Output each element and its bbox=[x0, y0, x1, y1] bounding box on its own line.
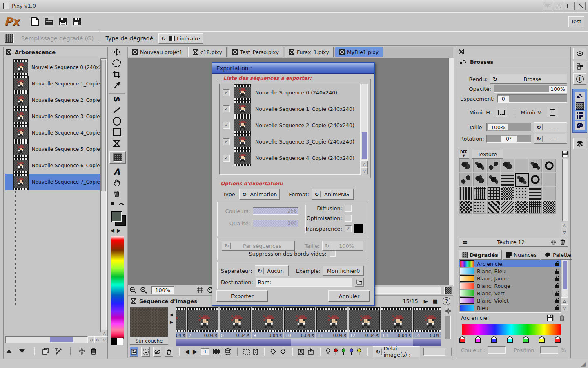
filmstrip-icon[interactable] bbox=[213, 349, 221, 355]
frame-nav-next-icon[interactable]: ▶ bbox=[170, 320, 173, 324]
export-frame-icon[interactable] bbox=[307, 348, 314, 355]
frame[interactable]: 120.04 s bbox=[349, 307, 380, 338]
texture-swatch[interactable] bbox=[459, 187, 472, 200]
sequence-row[interactable]: ✓ Nouvelle Sequence 3_Copie (240x240) bbox=[220, 133, 360, 150]
nuances-panel-icon[interactable] bbox=[575, 111, 585, 120]
gradient-stop[interactable] bbox=[475, 336, 481, 343]
scroll-right-button[interactable]: ▷ bbox=[94, 336, 101, 343]
overlay-thumbnail[interactable] bbox=[130, 307, 168, 337]
tab-c18[interactable]: c18.pixy bbox=[188, 47, 227, 57]
browse-folder-icon[interactable] bbox=[355, 278, 364, 287]
brushes-panel-icon[interactable] bbox=[575, 92, 585, 101]
move-up-icon[interactable] bbox=[5, 348, 13, 354]
cycle-icon[interactable]: ↻ bbox=[160, 36, 167, 42]
info-panel-icon[interactable]: i bbox=[573, 73, 586, 85]
tab-close-icon[interactable] bbox=[289, 49, 294, 55]
overlay-select-button[interactable] bbox=[141, 347, 149, 357]
texture-swatch[interactable] bbox=[529, 173, 542, 186]
sequences-scroll-down[interactable]: ▽ bbox=[361, 167, 368, 174]
optimisation-checkbox[interactable] bbox=[345, 215, 352, 222]
texture-swatch[interactable] bbox=[473, 159, 486, 172]
color-spectrum[interactable] bbox=[111, 236, 124, 339]
texture-swatch[interactable] bbox=[529, 187, 542, 200]
circle-tool-icon[interactable] bbox=[109, 116, 125, 127]
taille-dropdown-disabled[interactable]: ↻100% bbox=[322, 241, 363, 251]
texture-swatch[interactable] bbox=[459, 173, 472, 186]
sequences-scrollbar[interactable] bbox=[361, 84, 368, 161]
def-button[interactable]: DEF▼ bbox=[459, 150, 469, 159]
dialog-titlebar[interactable]: Exportation : bbox=[212, 63, 374, 74]
position-field[interactable] bbox=[540, 346, 558, 354]
sequence-checkbox-checked[interactable]: ✓ bbox=[223, 89, 230, 96]
tab-degrades-active[interactable]: Dégradés bbox=[459, 250, 502, 260]
pin-yellow-icon[interactable] bbox=[357, 348, 361, 355]
gradient-item[interactable]: Blanc, Violet bbox=[459, 297, 561, 304]
gradient-vscrollbar[interactable] bbox=[562, 260, 568, 297]
gradient-item[interactable]: Blanc, Bleu bbox=[459, 267, 561, 275]
gradient-item[interactable]: Blanc, Rouge bbox=[459, 282, 561, 289]
tab-furax-1[interactable]: Furax_1.pixy bbox=[285, 47, 334, 57]
open-file-icon[interactable] bbox=[44, 16, 54, 27]
texture-swatch[interactable] bbox=[543, 173, 556, 186]
spacing-slider[interactable]: 0 bbox=[497, 94, 567, 103]
shade-button[interactable] bbox=[543, 2, 552, 10]
tab-close-icon[interactable] bbox=[193, 49, 198, 55]
tab-close-icon[interactable] bbox=[339, 49, 345, 55]
tree-vscrollbar[interactable] bbox=[100, 58, 107, 332]
texture-swatch[interactable] bbox=[487, 187, 500, 200]
rectangle-tool-icon[interactable] bbox=[109, 127, 125, 138]
sequence-checkbox-checked[interactable]: ✓ bbox=[223, 155, 230, 162]
texture-swatch[interactable] bbox=[501, 201, 514, 214]
pin-blue-icon[interactable] bbox=[349, 348, 354, 355]
visibility-panel-icon[interactable] bbox=[573, 48, 586, 59]
texture-swatch[interactable] bbox=[501, 159, 514, 172]
texture-scroll-up[interactable]: △ bbox=[561, 222, 568, 229]
sequence-row[interactable]: ✓ Nouvelle Sequence 0 (240x240) bbox=[220, 84, 360, 101]
texture-swatch-selected[interactable] bbox=[515, 173, 529, 187]
gradient-stop[interactable] bbox=[491, 336, 497, 343]
gradient-item[interactable]: Blanc, Vert bbox=[459, 289, 561, 297]
sequence-row[interactable]: ✓ Nouvelle Sequence 4_Copie (240x240) bbox=[220, 150, 360, 166]
tree-item[interactable]: Nouvelle Sequence 0 (240x240 bbox=[5, 59, 100, 76]
stick-button[interactable] bbox=[554, 2, 564, 10]
separateur-dropdown[interactable]: ↻Aucun bbox=[255, 265, 289, 276]
rotate-right-icon[interactable] bbox=[280, 348, 286, 355]
frame[interactable]: 60.04 s bbox=[176, 307, 186, 338]
annuler-button[interactable]: Annuler bbox=[328, 290, 370, 302]
delete-tool-icon[interactable] bbox=[109, 188, 125, 199]
tab-nuances[interactable]: Nuances bbox=[503, 250, 540, 260]
swap-colors-icon[interactable] bbox=[118, 201, 125, 206]
type-dropdown[interactable]: ↻Animation bbox=[239, 189, 280, 200]
text-tool-icon[interactable]: A bbox=[109, 166, 125, 177]
frame[interactable]: 110.04 s bbox=[316, 307, 347, 338]
resize-grip[interactable]: ◢ bbox=[581, 361, 586, 367]
curve-tool-icon[interactable]: S bbox=[109, 93, 125, 105]
texture-swatch[interactable] bbox=[543, 159, 556, 172]
overlay-visibility-button[interactable] bbox=[153, 347, 161, 357]
save-icon[interactable] bbox=[58, 16, 68, 27]
transparency-corner-icon[interactable] bbox=[444, 287, 452, 294]
rotation-slider[interactable]: 0° bbox=[486, 135, 531, 143]
gradient-type-dropdown[interactable]: ↻ Linéraire bbox=[158, 33, 203, 44]
texture-swatch[interactable] bbox=[473, 173, 486, 186]
tree-hscrollbar[interactable] bbox=[5, 336, 88, 343]
timeline-bar[interactable] bbox=[176, 339, 441, 346]
layers-panel-icon[interactable] bbox=[573, 138, 586, 149]
texture-swatch[interactable] bbox=[543, 201, 556, 214]
sequence-checkbox-checked[interactable]: ✓ bbox=[223, 105, 230, 112]
zoom-in-icon[interactable] bbox=[140, 287, 147, 294]
palette-panel-icon[interactable] bbox=[575, 121, 585, 130]
save-gradient-icon[interactable] bbox=[547, 314, 554, 321]
opacity-slider[interactable]: 100% bbox=[494, 85, 567, 93]
timeline-thumb[interactable] bbox=[291, 339, 413, 346]
exporter-button[interactable]: Exporter bbox=[216, 290, 268, 302]
tab-test-perso[interactable]: Test_Perso.pixy bbox=[228, 47, 283, 57]
white-swatch[interactable] bbox=[117, 338, 123, 345]
transparence-checkbox-checked[interactable]: ✓ bbox=[345, 225, 352, 232]
mirror-h-button[interactable] bbox=[496, 108, 507, 117]
couleur-field[interactable] bbox=[488, 346, 506, 354]
texture-swatch[interactable] bbox=[529, 201, 542, 214]
tab-myfile1-active[interactable]: MyFile1.pixy bbox=[335, 47, 383, 57]
palette-prev-icon[interactable]: ◀ bbox=[110, 227, 114, 233]
tree-hscroll-thumb[interactable] bbox=[50, 337, 74, 342]
